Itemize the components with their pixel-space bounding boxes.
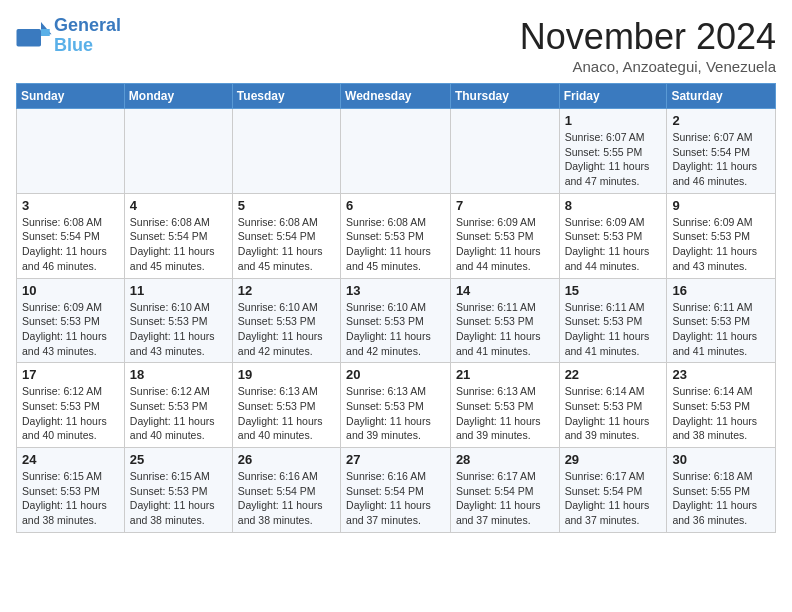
calendar-cell: 4Sunrise: 6:08 AM Sunset: 5:54 PM Daylig… [124,193,232,278]
day-number: 15 [565,283,662,298]
calendar-cell: 17Sunrise: 6:12 AM Sunset: 5:53 PM Dayli… [17,363,125,448]
day-number: 23 [672,367,770,382]
calendar-cell: 9Sunrise: 6:09 AM Sunset: 5:53 PM Daylig… [667,193,776,278]
calendar-cell: 15Sunrise: 6:11 AM Sunset: 5:53 PM Dayli… [559,278,667,363]
calendar-cell: 11Sunrise: 6:10 AM Sunset: 5:53 PM Dayli… [124,278,232,363]
day-info: Sunrise: 6:17 AM Sunset: 5:54 PM Dayligh… [565,469,662,528]
svg-marker-2 [41,29,50,36]
calendar-cell: 2Sunrise: 6:07 AM Sunset: 5:54 PM Daylig… [667,109,776,194]
day-info: Sunrise: 6:07 AM Sunset: 5:54 PM Dayligh… [672,130,770,189]
calendar-week-row: 1Sunrise: 6:07 AM Sunset: 5:55 PM Daylig… [17,109,776,194]
calendar-cell: 18Sunrise: 6:12 AM Sunset: 5:53 PM Dayli… [124,363,232,448]
calendar-week-row: 3Sunrise: 6:08 AM Sunset: 5:54 PM Daylig… [17,193,776,278]
calendar-cell: 23Sunrise: 6:14 AM Sunset: 5:53 PM Dayli… [667,363,776,448]
day-info: Sunrise: 6:11 AM Sunset: 5:53 PM Dayligh… [672,300,770,359]
day-info: Sunrise: 6:12 AM Sunset: 5:53 PM Dayligh… [130,384,227,443]
day-info: Sunrise: 6:10 AM Sunset: 5:53 PM Dayligh… [238,300,335,359]
calendar-cell [341,109,451,194]
weekday-header-monday: Monday [124,84,232,109]
day-info: Sunrise: 6:16 AM Sunset: 5:54 PM Dayligh… [238,469,335,528]
calendar-week-row: 10Sunrise: 6:09 AM Sunset: 5:53 PM Dayli… [17,278,776,363]
day-info: Sunrise: 6:15 AM Sunset: 5:53 PM Dayligh… [130,469,227,528]
day-number: 29 [565,452,662,467]
calendar-cell [17,109,125,194]
calendar-cell: 6Sunrise: 6:08 AM Sunset: 5:53 PM Daylig… [341,193,451,278]
day-info: Sunrise: 6:12 AM Sunset: 5:53 PM Dayligh… [22,384,119,443]
weekday-header-sunday: Sunday [17,84,125,109]
day-number: 20 [346,367,445,382]
calendar-cell: 12Sunrise: 6:10 AM Sunset: 5:53 PM Dayli… [232,278,340,363]
month-title: November 2024 [520,16,776,58]
calendar-cell: 24Sunrise: 6:15 AM Sunset: 5:53 PM Dayli… [17,448,125,533]
day-number: 22 [565,367,662,382]
calendar-week-row: 17Sunrise: 6:12 AM Sunset: 5:53 PM Dayli… [17,363,776,448]
day-info: Sunrise: 6:14 AM Sunset: 5:53 PM Dayligh… [672,384,770,443]
day-info: Sunrise: 6:10 AM Sunset: 5:53 PM Dayligh… [130,300,227,359]
calendar-cell: 30Sunrise: 6:18 AM Sunset: 5:55 PM Dayli… [667,448,776,533]
day-info: Sunrise: 6:08 AM Sunset: 5:54 PM Dayligh… [130,215,227,274]
calendar-cell: 26Sunrise: 6:16 AM Sunset: 5:54 PM Dayli… [232,448,340,533]
calendar-cell: 5Sunrise: 6:08 AM Sunset: 5:54 PM Daylig… [232,193,340,278]
calendar-cell: 14Sunrise: 6:11 AM Sunset: 5:53 PM Dayli… [450,278,559,363]
page-header: General Blue November 2024 Anaco, Anzoat… [16,16,776,75]
day-number: 24 [22,452,119,467]
day-number: 5 [238,198,335,213]
calendar-cell [232,109,340,194]
calendar-cell: 25Sunrise: 6:15 AM Sunset: 5:53 PM Dayli… [124,448,232,533]
day-info: Sunrise: 6:08 AM Sunset: 5:53 PM Dayligh… [346,215,445,274]
calendar-cell: 1Sunrise: 6:07 AM Sunset: 5:55 PM Daylig… [559,109,667,194]
calendar-cell: 19Sunrise: 6:13 AM Sunset: 5:53 PM Dayli… [232,363,340,448]
day-number: 3 [22,198,119,213]
day-number: 12 [238,283,335,298]
logo: General Blue [16,16,121,56]
calendar-cell: 10Sunrise: 6:09 AM Sunset: 5:53 PM Dayli… [17,278,125,363]
day-info: Sunrise: 6:07 AM Sunset: 5:55 PM Dayligh… [565,130,662,189]
day-number: 6 [346,198,445,213]
logo-text: General Blue [54,16,121,56]
weekday-header-thursday: Thursday [450,84,559,109]
calendar-cell: 28Sunrise: 6:17 AM Sunset: 5:54 PM Dayli… [450,448,559,533]
day-info: Sunrise: 6:14 AM Sunset: 5:53 PM Dayligh… [565,384,662,443]
location-title: Anaco, Anzoategui, Venezuela [520,58,776,75]
title-block: November 2024 Anaco, Anzoategui, Venezue… [520,16,776,75]
calendar-week-row: 24Sunrise: 6:15 AM Sunset: 5:53 PM Dayli… [17,448,776,533]
day-number: 10 [22,283,119,298]
day-info: Sunrise: 6:15 AM Sunset: 5:53 PM Dayligh… [22,469,119,528]
day-number: 27 [346,452,445,467]
day-number: 14 [456,283,554,298]
calendar-cell: 3Sunrise: 6:08 AM Sunset: 5:54 PM Daylig… [17,193,125,278]
day-number: 7 [456,198,554,213]
calendar-cell: 20Sunrise: 6:13 AM Sunset: 5:53 PM Dayli… [341,363,451,448]
calendar-cell: 7Sunrise: 6:09 AM Sunset: 5:53 PM Daylig… [450,193,559,278]
weekday-header-tuesday: Tuesday [232,84,340,109]
day-number: 30 [672,452,770,467]
calendar-cell [124,109,232,194]
calendar-cell: 16Sunrise: 6:11 AM Sunset: 5:53 PM Dayli… [667,278,776,363]
logo-icon [16,22,52,50]
weekday-header-friday: Friday [559,84,667,109]
day-number: 2 [672,113,770,128]
day-number: 11 [130,283,227,298]
day-number: 9 [672,198,770,213]
day-info: Sunrise: 6:13 AM Sunset: 5:53 PM Dayligh… [456,384,554,443]
calendar-cell: 29Sunrise: 6:17 AM Sunset: 5:54 PM Dayli… [559,448,667,533]
calendar-cell: 13Sunrise: 6:10 AM Sunset: 5:53 PM Dayli… [341,278,451,363]
calendar-cell: 22Sunrise: 6:14 AM Sunset: 5:53 PM Dayli… [559,363,667,448]
day-info: Sunrise: 6:11 AM Sunset: 5:53 PM Dayligh… [565,300,662,359]
day-number: 16 [672,283,770,298]
day-number: 25 [130,452,227,467]
weekday-header-wednesday: Wednesday [341,84,451,109]
day-info: Sunrise: 6:11 AM Sunset: 5:53 PM Dayligh… [456,300,554,359]
day-info: Sunrise: 6:08 AM Sunset: 5:54 PM Dayligh… [22,215,119,274]
day-number: 17 [22,367,119,382]
calendar-cell [450,109,559,194]
day-info: Sunrise: 6:16 AM Sunset: 5:54 PM Dayligh… [346,469,445,528]
calendar-table: SundayMondayTuesdayWednesdayThursdayFrid… [16,83,776,533]
day-info: Sunrise: 6:17 AM Sunset: 5:54 PM Dayligh… [456,469,554,528]
day-number: 28 [456,452,554,467]
day-info: Sunrise: 6:09 AM Sunset: 5:53 PM Dayligh… [565,215,662,274]
day-info: Sunrise: 6:09 AM Sunset: 5:53 PM Dayligh… [672,215,770,274]
day-info: Sunrise: 6:13 AM Sunset: 5:53 PM Dayligh… [238,384,335,443]
day-info: Sunrise: 6:08 AM Sunset: 5:54 PM Dayligh… [238,215,335,274]
day-info: Sunrise: 6:09 AM Sunset: 5:53 PM Dayligh… [456,215,554,274]
